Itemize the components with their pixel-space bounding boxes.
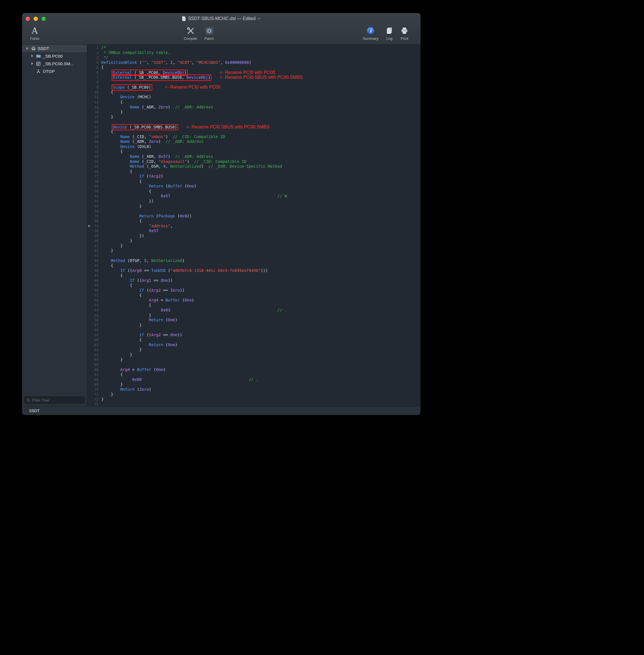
code-token: Arg2 [151,174,161,178]
code-line: 43 [87,253,420,258]
line-number: 1 [87,45,101,50]
code-text: } [101,243,123,248]
code-token: = [158,298,165,302]
code-token: One [170,333,177,337]
code-token: // _CID: Compatible ID [173,134,225,139]
code-line: 16 [87,119,420,125]
sidebar-item-dtgp[interactable]: DTGP [22,67,87,75]
zoom-button[interactable] [42,17,46,21]
line-number: 49 [87,283,101,288]
fonts-icon: A [32,26,38,36]
line-number: 50 [87,288,101,293]
code-token: { [101,273,123,277]
code-token [101,318,149,322]
filter-tree-input[interactable] [31,398,83,403]
code-text: { [101,149,123,154]
sidebar-item-label: _SB.PC00.SM... [43,61,74,66]
code-token: Name [120,134,130,139]
code-token: { [101,100,123,104]
code-token: External [113,70,132,75]
fonts-button[interactable]: A Fonts [26,26,43,41]
code-token: If [130,278,135,283]
line-number: 39 [87,233,101,239]
code-token [101,308,161,312]
code-line: 50 If ((Arg2 == Zero)) [87,288,420,293]
code-token: Name [120,139,130,144]
line-number: 12 [87,100,101,105]
code-editor[interactable]: 1/*2 * SMBus compatibility table.3 */4De… [87,45,420,406]
code-lines: 1/*2 * SMBus compatibility table.3 */4De… [87,45,420,406]
code-text: If ((Arg1 == One)) [101,278,173,283]
code-token: { [101,169,132,174]
code-token [179,125,186,129]
code-line: 3 */ [87,55,420,60]
print-button[interactable]: Print [397,26,412,41]
code-token: Package [158,214,175,218]
code-text: External (_SB_.PC00.SMBS.BUS0, DeviceObj… [101,75,302,80]
disclosure-expanded-icon[interactable] [25,47,29,50]
code-token: Zero [139,387,149,391]
code-text: } [101,204,142,209]
code-token: (( [125,268,132,273]
line-number: 68 [87,377,101,382]
code-text: External (_SB_.PC00, DeviceObj) <- Renam… [101,70,275,75]
code-token: (_SB.PC00) [125,85,151,90]
log-button[interactable]: Log [383,26,396,41]
device-icon [36,61,41,67]
disclosure-collapsed-icon[interactable] [30,62,34,66]
sidebar-item-label: DTGP [43,69,55,74]
code-token: 0x57 [161,194,170,198]
code-token: // _ADR: Address [166,139,204,144]
code-text: }) [101,233,144,239]
status-text: SSDT [29,408,40,413]
code-line: 20 Name (_ADR, Zero) // _ADR: Address [87,139,420,144]
line-number: 9 [87,85,101,90]
code-token: (! [144,174,151,178]
code-line: 1/* [87,45,420,50]
code-token: ) [161,174,163,178]
minimize-button[interactable] [33,17,38,21]
code-token: (( [144,288,151,293]
code-token: Return [120,387,135,391]
close-button[interactable] [26,17,30,21]
sidebar-item-sb-pc00[interactable]: _SB.PC00 [22,52,87,60]
sidebar: SSDT_SB.PC00_SB.PC00.SM...DTGP [22,45,87,406]
summary-button[interactable]: i Summary [362,26,379,41]
sidebar-item-label: SSDT [38,46,49,51]
code-token: 5 [144,258,146,263]
code-token: ( [163,184,168,188]
filter-tree-field[interactable] [24,397,85,404]
code-token: ) [175,318,177,322]
code-line: 7 External (_SB_.PC00.SMBS.BUS0, DeviceO… [87,75,420,80]
code-token: ) [149,387,151,391]
code-token [101,258,111,263]
code-token: Buffer [166,298,180,302]
line-number: 65 [87,362,101,367]
code-token: ) [187,159,194,164]
summary-label: Summary [363,37,378,41]
code-token: } [101,248,113,253]
code-token: If [139,333,144,337]
code-line: 27 If (!Arg2) [87,174,420,179]
sidebar-item-sb-pc00-sm[interactable]: _SB.PC00.SM... [22,60,87,67]
code-token: ) [163,367,165,372]
code-text: Name (_ADR, Zero) // _ADR: Address [101,139,204,144]
compile-label: Compile [184,37,197,41]
code-text: } [101,397,104,402]
sidebar-item-ssdt[interactable]: SSDT [22,45,87,52]
code-token: } [101,382,123,386]
rename-annotation: <- Rename PCI0.SBUS with PC00.SMBS [186,125,270,129]
code-token: Arg2 [151,288,161,293]
code-line: 54 0x03 // . [87,308,420,313]
title-chevron-icon[interactable] [258,18,261,20]
disclosure-collapsed-icon[interactable] [30,54,34,58]
code-token: Name [130,105,139,109]
code-text: { [101,219,142,224]
code-token: /* [101,45,106,50]
code-token: )) [168,278,173,283]
code-token [101,377,132,382]
code-text: { [101,283,132,288]
patch-button[interactable]: Patch [201,26,217,41]
code-token: "address" [149,224,170,228]
compile-button[interactable]: Compile [182,26,199,41]
